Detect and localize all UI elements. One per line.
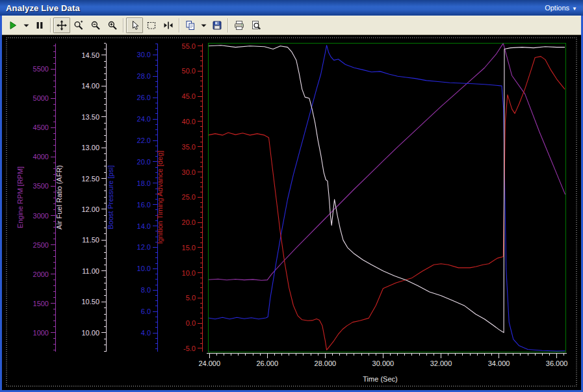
copy-button[interactable] <box>182 18 199 33</box>
select-region-icon <box>146 20 157 31</box>
y-tick-label: 28.0 <box>137 72 151 80</box>
zoom-window-icon <box>73 20 84 31</box>
cursor-icon <box>129 20 140 31</box>
y-tick-label: 10.50 <box>81 298 99 306</box>
y-axis-ign: -5.00.05.010.015.020.025.030.035.040.045… <box>156 42 202 352</box>
x-axis-title: Time (Sec) <box>363 375 397 383</box>
y-tick-label: 15.0 <box>182 244 196 252</box>
y-tick-label: 1000 <box>33 329 49 337</box>
play-button[interactable] <box>5 18 21 33</box>
y-tick-label: 26.0 <box>137 94 151 101</box>
y-tick-label: 14.00 <box>81 82 99 90</box>
y-tick-label: 13.50 <box>81 113 99 121</box>
y-tick-label: 14.50 <box>81 51 99 59</box>
y-tick-label: -5.0 <box>183 345 196 352</box>
y-tick-label: 22.0 <box>137 137 151 144</box>
options-dropdown-icon: ▼ <box>572 6 577 12</box>
chart-panel: 1000150020002500300035004000450050005500… <box>2 35 581 390</box>
collapse-horizontal-button[interactable] <box>160 18 177 33</box>
x-tick-label: 26.000 <box>256 359 278 367</box>
x-tick-label: 28.000 <box>315 359 337 367</box>
y-tick-label: 16.0 <box>137 201 151 209</box>
series-boost <box>208 46 565 351</box>
y-tick-label: 12.00 <box>81 205 99 213</box>
y-tick-label: 45.0 <box>182 92 196 100</box>
select-region-button[interactable] <box>143 18 160 33</box>
y-tick-label: 4000 <box>33 153 49 161</box>
y-tick-label: 0.0 <box>186 319 196 327</box>
y-tick-label: 4500 <box>33 124 49 131</box>
plot-border <box>208 43 565 352</box>
toolbar-separator <box>123 18 124 33</box>
title-bar: Analyze Live Data Options ▼ <box>0 0 583 16</box>
series-ign <box>208 57 565 350</box>
app-window: Analyze Live Data Options ▼ 100015002000… <box>0 0 583 392</box>
y-tick-label: 18.0 <box>137 179 151 187</box>
toolbar <box>2 16 581 35</box>
copy-dropdown-button[interactable] <box>199 18 209 33</box>
y-axis-boost: 4.06.08.010.012.014.016.018.020.022.024.… <box>107 44 157 352</box>
x-tick-label: 30.000 <box>372 359 395 367</box>
pan-icon <box>57 20 67 31</box>
y-tick-label: 20.0 <box>137 158 151 166</box>
options-menu-button[interactable]: Options ▼ <box>545 4 577 12</box>
y-tick-label: 20.0 <box>182 218 196 226</box>
zoom-out-button[interactable] <box>87 18 104 33</box>
zoom-out-icon <box>90 20 101 31</box>
chart[interactable]: 1000150020002500300035004000450050005500… <box>2 35 581 390</box>
y-tick-label: 11.00 <box>82 267 99 275</box>
save-icon <box>212 20 222 31</box>
y-tick-label: 12.0 <box>137 243 151 251</box>
y-tick-label: 24.0 <box>137 115 151 123</box>
save-button[interactable] <box>209 18 226 33</box>
y-tick-label: 12.50 <box>81 175 99 183</box>
y-tick-label: 3000 <box>33 212 49 220</box>
y-tick-label: 2000 <box>33 270 49 278</box>
y-tick-label: 25.0 <box>182 193 196 201</box>
collapse-horizontal-icon <box>163 20 174 31</box>
x-tick-label: 34.000 <box>488 359 510 367</box>
y-tick-label: 10.0 <box>137 265 151 272</box>
y-tick-label: 5.0 <box>186 294 196 302</box>
toolbar-separator <box>50 18 51 33</box>
pause-icon <box>34 20 45 31</box>
y-tick-label: 5000 <box>33 94 49 102</box>
print-preview-icon <box>251 20 261 31</box>
toolbar-separator <box>179 18 180 33</box>
x-tick-label: 32.000 <box>430 359 452 367</box>
play-icon <box>8 20 18 31</box>
print-preview-button[interactable] <box>248 18 265 33</box>
pan-button[interactable] <box>53 18 70 33</box>
y-axis-title-boost: Boost Pressure [psi] <box>107 165 114 229</box>
y-tick-label: 40.0 <box>182 118 196 125</box>
y-tick-label: 4.0 <box>141 329 151 337</box>
toolbar-separator <box>227 18 229 33</box>
zoom-window-button[interactable] <box>70 18 87 33</box>
y-axis-title-rpm: Engine RPM [RPM] <box>16 166 24 228</box>
zoom-in-button[interactable] <box>104 18 121 33</box>
pause-button[interactable] <box>31 18 48 33</box>
y-tick-label: 5500 <box>33 65 49 73</box>
y-tick-label: 50.0 <box>182 67 196 75</box>
zoom-in-icon <box>107 20 118 31</box>
x-tick-label: 24.000 <box>198 359 220 367</box>
play-dropdown-button[interactable] <box>21 18 31 33</box>
y-axis-rpm: 1000150020002500300035004000450050005500… <box>16 44 55 352</box>
y-tick-label: 8.0 <box>141 286 151 294</box>
x-tick-label: 36.000 <box>546 359 568 367</box>
copy-icon <box>185 20 196 31</box>
play-dropdown-icon <box>21 20 32 31</box>
x-axis: 24.00026.00028.00030.00032.00034.00036.0… <box>198 353 567 383</box>
y-axis-title-afr: Air Fuel Ratio (AFR) <box>55 165 63 229</box>
cursor-button[interactable] <box>126 18 143 33</box>
print-button[interactable] <box>231 18 248 33</box>
y-tick-label: 35.0 <box>182 143 196 151</box>
y-tick-label: 14.0 <box>137 222 151 230</box>
y-tick-label: 30.0 <box>182 168 196 176</box>
y-tick-label: 3500 <box>33 182 49 190</box>
window-title: Analyze Live Data <box>6 3 80 13</box>
y-tick-label: 11.50 <box>82 236 99 244</box>
plot-area[interactable] <box>208 44 565 351</box>
y-tick-label: 30.0 <box>137 51 151 59</box>
series-rpm <box>208 44 565 281</box>
